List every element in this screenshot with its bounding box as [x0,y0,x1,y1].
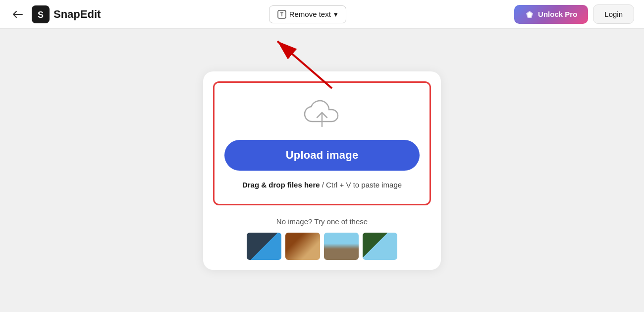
drag-drop-text: Drag & drop files here / Ctrl + V to pas… [242,181,402,189]
drop-zone[interactable]: Upload image Drag & drop files here / Ct… [213,81,431,205]
unlock-pro-label: Unlock Pro [538,10,577,18]
upload-image-label: Upload image [286,149,359,161]
drag-drop-bold: Drag & drop files here [242,181,320,189]
text-icon: T [277,10,286,19]
sample-image-3[interactable] [324,233,359,260]
svg-text:T: T [280,12,283,17]
dropdown-icon: ▾ [334,10,338,19]
sample-images-row [247,233,397,260]
sample-image-1[interactable] [247,233,281,260]
logo-text: SnapEdit [54,8,101,21]
sample-label: No image? Try one of these [276,217,368,226]
unlock-pro-button[interactable]: Unlock Pro [514,5,588,24]
svg-text:S: S [38,9,44,19]
diamond-icon [525,10,534,19]
header-right: Unlock Pro Login [514,4,634,24]
cloud-upload-icon [302,98,342,130]
drag-drop-rest: / Ctrl + V to paste image [320,181,402,189]
main-content: Upload image Drag & drop files here / Ct… [0,29,644,312]
back-button[interactable] [10,6,26,22]
upload-image-button[interactable]: Upload image [224,140,420,171]
header: S SnapEdit T Remove text ▾ Unlock Pro Lo… [0,0,644,29]
remove-text-button[interactable]: T Remove text ▾ [269,5,346,23]
sample-section: No image? Try one of these [213,217,431,260]
sample-image-2[interactable] [285,233,320,260]
logo[interactable]: S SnapEdit [32,5,101,23]
header-left: S SnapEdit [10,5,101,23]
upload-card: Upload image Drag & drop files here / Ct… [203,71,441,270]
logo-icon: S [32,5,50,23]
login-label: Login [604,10,623,18]
header-center: T Remove text ▾ [269,5,346,23]
remove-text-label: Remove text [289,10,331,18]
sample-image-4[interactable] [363,233,397,260]
login-button[interactable]: Login [593,4,634,24]
